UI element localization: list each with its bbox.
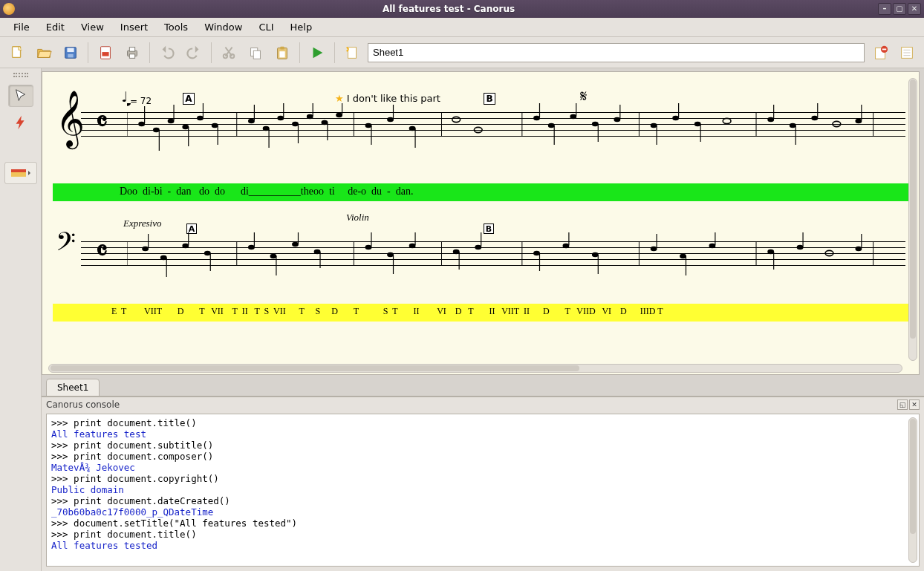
sheet-tab-bar: Sheet1 <box>42 375 924 396</box>
staff-treble[interactable]: ♩ = 72 A ★ I don't like this part B 𝄋 𝄞 … <box>53 82 908 172</box>
toolbar-separator <box>211 42 212 63</box>
maximize-button[interactable]: ▢ <box>893 3 906 15</box>
console-output-line: All features tested <box>51 540 914 551</box>
menu-insert[interactable]: Insert <box>113 19 155 35</box>
minimize-button[interactable]: – <box>878 3 891 15</box>
export-pdf-button[interactable] <box>94 42 117 64</box>
close-button[interactable]: ✕ <box>908 3 921 15</box>
toolbox-handle[interactable] <box>13 73 28 77</box>
save-button[interactable] <box>59 42 82 64</box>
redo-icon <box>186 45 202 61</box>
menu-window[interactable]: Window <box>197 19 250 35</box>
copy-icon <box>247 45 264 61</box>
score-horizontal-scrollbar[interactable] <box>48 364 902 373</box>
menu-cli[interactable]: CLI <box>251 19 281 35</box>
console-output-line: Public domain <box>51 484 914 495</box>
insert-note-tool[interactable] <box>8 111 33 134</box>
staff-bass[interactable]: Expresivo A Violin B 𝄢 𝄴 <box>53 212 908 301</box>
paste-button[interactable] <box>271 42 293 64</box>
sheet-notes-icon <box>899 45 915 61</box>
annotation-text: I don't like this part <box>347 93 440 104</box>
cut-button[interactable] <box>218 42 240 64</box>
copy-button[interactable] <box>244 42 267 64</box>
sparkle-page-icon <box>344 45 360 61</box>
delete-sheet-button[interactable] <box>869 42 891 64</box>
svg-rect-15 <box>279 51 284 57</box>
menu-tools[interactable]: Tools <box>157 19 195 35</box>
menu-view[interactable]: View <box>74 19 111 35</box>
open-button[interactable] <box>33 42 55 64</box>
toolbar-separator <box>149 42 150 63</box>
menu-file[interactable]: File <box>6 19 37 35</box>
svg-rect-14 <box>280 46 284 49</box>
pdf-icon <box>97 45 114 61</box>
score-settings-button[interactable] <box>341 42 363 64</box>
svg-rect-3 <box>68 53 73 57</box>
rehearsal-mark: A <box>186 223 197 234</box>
undo-icon <box>159 45 175 61</box>
toolbar-separator <box>334 42 335 63</box>
svg-rect-16 <box>348 47 357 58</box>
score-view[interactable]: ♩ = 72 A ★ I don't like this part B 𝄋 𝄞 … <box>42 71 920 375</box>
select-tool[interactable] <box>8 85 33 107</box>
lyrics-strip-yellow[interactable]: E T VIIT D T VII T II T S VII T S D T S … <box>53 304 908 322</box>
play-icon <box>309 45 325 61</box>
lightning-note-icon <box>13 114 29 131</box>
rehearsal-mark: B <box>484 223 494 234</box>
console-vertical-scrollbar[interactable] <box>908 417 917 563</box>
left-toolbox <box>0 68 42 571</box>
console-input-line: >>> print document.title() <box>51 417 914 428</box>
new-button[interactable] <box>6 42 28 64</box>
svg-rect-2 <box>67 48 74 52</box>
svg-rect-12 <box>253 50 260 59</box>
console-title: Canorus console <box>46 399 120 410</box>
sheet-tab[interactable]: Sheet1 <box>46 379 100 397</box>
rehearsal-mark: B <box>484 93 495 105</box>
undo-button[interactable] <box>156 42 178 64</box>
save-icon <box>62 45 79 61</box>
menu-help[interactable]: Help <box>283 19 320 35</box>
console-close-button[interactable]: ✕ <box>909 399 920 410</box>
toolbar-separator <box>299 42 300 63</box>
app-icon <box>3 3 15 15</box>
console-detach-button[interactable]: ◱ <box>897 399 908 410</box>
sheet-name-input[interactable] <box>368 43 865 62</box>
paste-icon <box>274 45 290 61</box>
lyrics-strip-green[interactable]: Doo di-bi - dan do do di__________theoo … <box>53 183 908 201</box>
window-title: All features test - Canorus <box>19 4 878 14</box>
segno-icon: 𝄋 <box>580 87 587 106</box>
console-output-line: _70b60ba0c17f0000_p_QDateTime <box>51 506 914 518</box>
star-icon: ★ <box>335 93 344 104</box>
console-pane: Canorus console ◱ ✕ >>> print document.t… <box>42 396 924 571</box>
console-input-line: >>> print document.dateCreated() <box>51 495 914 506</box>
new-file-icon <box>9 45 25 61</box>
svg-rect-5 <box>102 52 108 56</box>
voice-color-tool[interactable] <box>4 162 37 184</box>
console-input-line: >>> document.setTitle("All features test… <box>51 518 914 529</box>
menu-bar: File Edit View Insert Tools Window CLI H… <box>0 18 924 37</box>
console-input-line: >>> print document.copyright() <box>51 473 914 484</box>
title-bar: All features test - Canorus – ▢ ✕ <box>0 0 924 18</box>
print-icon <box>124 45 140 61</box>
play-button[interactable] <box>306 42 328 64</box>
open-folder-icon <box>36 45 52 61</box>
svg-rect-21 <box>11 169 26 172</box>
expression-text: Expresivo <box>123 218 162 229</box>
svg-rect-7 <box>129 47 134 50</box>
delete-sheet-icon <box>872 45 888 61</box>
toolbar-separator <box>88 42 88 63</box>
print-button[interactable] <box>121 42 143 64</box>
console-input-line: >>> print document.subtitle() <box>51 440 914 451</box>
menu-edit[interactable]: Edit <box>39 19 72 35</box>
sheet-properties-button[interactable] <box>896 42 918 64</box>
redo-button[interactable] <box>183 42 205 64</box>
bass-clef-icon: 𝄢 <box>56 229 76 261</box>
score-vertical-scrollbar[interactable] <box>908 78 917 361</box>
rehearsal-mark: A <box>183 93 195 105</box>
annotation: ★ I don't like this part <box>335 93 440 104</box>
console-body[interactable]: >>> print document.title()All features t… <box>46 414 920 567</box>
cursor-icon <box>13 88 29 104</box>
cut-icon <box>221 45 237 61</box>
console-input-line: >>> print document.title() <box>51 529 914 540</box>
staff-lines <box>81 112 905 142</box>
